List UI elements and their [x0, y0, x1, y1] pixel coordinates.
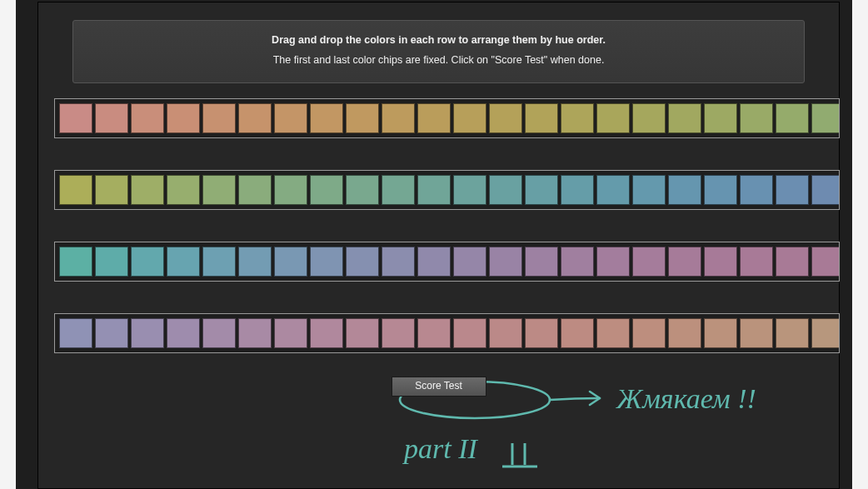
color-chip[interactable] — [417, 247, 451, 277]
score-test-button[interactable]: Score Test — [392, 377, 486, 397]
color-chip[interactable] — [596, 103, 630, 133]
color-chip[interactable] — [310, 318, 343, 348]
color-chip[interactable] — [776, 175, 809, 205]
color-chip[interactable] — [131, 103, 164, 133]
color-chip[interactable] — [740, 247, 773, 277]
color-chip[interactable] — [525, 175, 558, 205]
color-chip[interactable] — [561, 103, 594, 133]
color-chip[interactable] — [202, 247, 236, 277]
color-chip[interactable] — [95, 247, 128, 277]
color-chip[interactable] — [776, 103, 809, 133]
color-chip[interactable] — [346, 175, 379, 205]
color-chip[interactable] — [382, 247, 415, 277]
color-chip[interactable] — [740, 175, 773, 205]
color-chip[interactable] — [346, 103, 379, 133]
color-chip[interactable] — [704, 175, 737, 205]
color-chip[interactable] — [202, 318, 236, 348]
color-chip[interactable] — [489, 103, 522, 133]
color-chip[interactable] — [238, 247, 272, 277]
color-chip — [59, 318, 92, 348]
color-chip[interactable] — [632, 175, 666, 205]
color-row-3[interactable] — [54, 242, 840, 282]
color-chip — [59, 247, 92, 277]
color-chip — [811, 247, 840, 277]
annotation-word-2: part II — [402, 433, 479, 464]
color-chip[interactable] — [95, 103, 128, 133]
color-chip[interactable] — [668, 175, 701, 205]
color-chip[interactable] — [668, 247, 701, 277]
color-chip[interactable] — [632, 247, 666, 277]
color-chip[interactable] — [167, 175, 200, 205]
color-chip[interactable] — [776, 318, 809, 348]
color-chip[interactable] — [525, 247, 558, 277]
color-chip[interactable] — [167, 247, 200, 277]
color-chip[interactable] — [417, 103, 451, 133]
color-chip[interactable] — [346, 318, 379, 348]
color-chip[interactable] — [274, 175, 307, 205]
color-chip[interactable] — [489, 247, 522, 277]
color-row-1[interactable] — [54, 98, 840, 138]
color-chip — [59, 103, 92, 133]
color-chip[interactable] — [525, 318, 558, 348]
color-chip[interactable] — [740, 103, 773, 133]
color-row-4[interactable] — [54, 313, 840, 353]
color-chip[interactable] — [525, 103, 558, 133]
color-chip[interactable] — [131, 175, 164, 205]
color-chip[interactable] — [561, 175, 594, 205]
color-chip[interactable] — [238, 318, 272, 348]
color-chip[interactable] — [596, 247, 630, 277]
color-chip[interactable] — [489, 318, 522, 348]
color-chip[interactable] — [167, 318, 200, 348]
color-chip[interactable] — [238, 103, 272, 133]
color-chip[interactable] — [310, 175, 343, 205]
color-chip[interactable] — [596, 318, 630, 348]
color-chip[interactable] — [561, 318, 594, 348]
color-chip[interactable] — [489, 175, 522, 205]
instructions-box: Drag and drop the colors in each row to … — [72, 20, 805, 83]
color-chip[interactable] — [668, 318, 701, 348]
color-chip[interactable] — [632, 103, 666, 133]
color-chip[interactable] — [453, 103, 486, 133]
color-chip[interactable] — [704, 103, 737, 133]
color-rows-container — [37, 98, 840, 353]
color-chip[interactable] — [776, 247, 809, 277]
color-chip[interactable] — [382, 175, 415, 205]
color-chip[interactable] — [453, 247, 486, 277]
color-chip[interactable] — [596, 175, 630, 205]
color-chip[interactable] — [310, 103, 343, 133]
color-chip[interactable] — [382, 318, 415, 348]
color-chip[interactable] — [238, 175, 272, 205]
color-chip[interactable] — [95, 318, 128, 348]
test-panel: Drag and drop the colors in each row to … — [37, 2, 840, 489]
color-chip[interactable] — [453, 175, 486, 205]
color-chip[interactable] — [202, 175, 236, 205]
color-chip[interactable] — [632, 318, 666, 348]
color-chip[interactable] — [453, 318, 486, 348]
instructions-line-1: Drag and drop the colors in each row to … — [82, 31, 796, 51]
color-chip — [59, 175, 92, 205]
color-row-2[interactable] — [54, 170, 840, 210]
color-chip — [811, 175, 840, 205]
color-chip[interactable] — [346, 247, 379, 277]
color-chip — [811, 103, 840, 133]
color-chip[interactable] — [310, 247, 343, 277]
color-chip[interactable] — [274, 103, 307, 133]
color-chip[interactable] — [167, 103, 200, 133]
color-chip[interactable] — [95, 175, 128, 205]
color-chip[interactable] — [740, 318, 773, 348]
color-chip[interactable] — [417, 175, 451, 205]
color-chip[interactable] — [202, 103, 236, 133]
color-chip[interactable] — [131, 318, 164, 348]
color-chip[interactable] — [382, 103, 415, 133]
color-chip[interactable] — [704, 247, 737, 277]
color-chip[interactable] — [274, 247, 307, 277]
color-chip[interactable] — [704, 318, 737, 348]
color-chip — [811, 318, 840, 348]
instructions-line-2: The first and last color chips are fixed… — [82, 51, 796, 71]
color-chip[interactable] — [417, 318, 451, 348]
color-chip[interactable] — [131, 247, 164, 277]
color-chip[interactable] — [274, 318, 307, 348]
page-margin-left — [0, 0, 16, 489]
color-chip[interactable] — [561, 247, 594, 277]
color-chip[interactable] — [668, 103, 701, 133]
